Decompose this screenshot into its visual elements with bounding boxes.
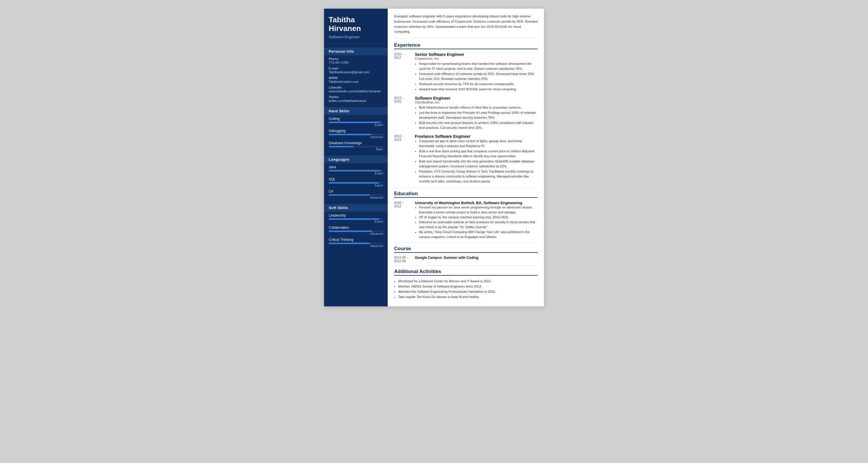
hard-skills-heading: Hard Skills [324,107,388,115]
sql-skill: SQL Expert [324,175,388,187]
bullet: Reduced security breaches by 73% for all… [419,82,537,87]
bullet: Responsible for spearheading teams that … [419,61,537,71]
activity-bullet: Take regular Tae Kwon Do classes to keep… [398,294,537,299]
csharp-skill-name: C# [329,190,383,194]
twitter-item: Twitter twitter.com/tabithahirvanen [324,93,388,103]
job-1-content: Senior Software Engineer Cryptoconic, In… [415,52,537,92]
debugging-skill-level: Advanced [329,136,383,139]
section-divider-1 [394,187,537,188]
edu-1: 2008 -2012 University of Washington Both… [394,201,537,239]
job-3: 2012 -2013 Freelance Software Engineer C… [394,134,537,184]
activities-heading: Additional Activities [394,269,537,276]
debugging-bar-bg [329,134,383,135]
bullet: Led the drive to implement the Principle… [419,110,537,120]
sidebar-header: Tabitha Hirvanen Software Engineer [324,9,388,44]
job-1-company: Cryptoconic, Inc. [415,57,537,60]
summary-text: Energetic software engineer with 5 years… [394,14,537,38]
bullet: Delivered an actionable webinar on best … [419,220,537,230]
sql-bar-bg [329,182,383,183]
education-heading: Education [394,191,537,198]
course-1-name: Google Campus: Summer with Coding [415,256,478,263]
job-3-bullets: Composed an app to allow voice control o… [415,139,537,184]
database-bar-bg [329,146,383,147]
edu-1-bullets: Pursued my passion for Java server progr… [415,205,537,239]
job-2-dates: 2013 -2015 [394,96,415,131]
section-divider-3 [394,265,537,266]
database-bar-fill [329,146,353,147]
job-3-content: Freelance Software Engineer Composed an … [415,134,537,184]
bullet: Increased code efficiency of customer po… [419,71,537,81]
sql-skill-name: SQL [329,177,383,181]
java-skill-level: Expert [329,172,383,175]
collaboration-skill-level: Advanced [329,232,383,235]
collaboration-bar-bg [329,230,383,232]
job-2-bullets: Built infrastructure to handle millions … [415,105,537,130]
twitter-label: Twitter [329,95,383,99]
critical-thinking-skill: Critical Thinking Advanced [324,236,388,248]
email-label: E-mail [329,66,383,70]
csharp-skill: C# Advanced [324,187,388,200]
phone-value: 773-457-2703 [329,61,383,64]
debugging-skill-name: Debugging [329,129,383,133]
coding-bar-bg [329,122,383,123]
job-2-title: Software Engineer [415,96,537,100]
database-skill: Database Knowledge Basic [324,139,388,151]
leadership-bar-bg [329,218,383,220]
email-value: TabithaHirvanen@gmail.com [329,70,383,74]
job-2-content: Software Engineer Cloudwallop, Inc. Buil… [415,96,537,131]
edu-1-dates: 2008 -2012 [394,201,415,239]
course-1: 2012-06 -2012-08 Google Campus: Summer w… [394,256,537,263]
edu-1-title: University of Washington Bothell, BA, So… [415,201,537,205]
twitter-value: twitter.com/tabithahirvanen [329,99,383,103]
job-2: 2013 -2015 Software Engineer Cloudwallop… [394,96,537,131]
coding-bar-fill [329,122,380,123]
job-1-dates: 2015 -2017 [394,52,415,92]
csharp-skill-level: Advanced [329,196,383,199]
critical-thinking-bar-fill [329,243,370,244]
hard-skills-section: Hard Skills Coding Expert Debugging Adva… [324,107,388,151]
www-label: WWW [329,76,383,80]
main-content: Energetic software engineer with 5 years… [388,9,544,306]
leadership-bar-fill [329,218,379,220]
job-3-dates: 2012 -2013 [394,134,415,184]
job-2-company: Cloudwallop, Inc. [415,100,537,104]
collaboration-skill: Collaboration Advanced [324,224,388,236]
leadership-skill-level: Expert [329,220,383,223]
personal-info-heading: Personal Info [324,48,388,55]
critical-thinking-skill-name: Critical Thinking [329,238,383,242]
collaboration-skill-name: Collaboration [329,226,383,230]
bullet: Built infrastructure to handle millions … [419,105,537,110]
job-1: 2015 -2017 Senior Software Engineer Cryp… [394,52,537,92]
personal-info-section: Personal Info Phone 773-457-2703 E-mail … [324,48,388,103]
java-bar-bg [329,170,383,171]
critical-thinking-skill-level: Advanced [329,244,383,248]
activity-bullet: Shortlisted for a National Center for Wo… [398,279,537,284]
course-1-dates: 2012-06 -2012-08 [394,256,415,263]
sql-bar-fill [329,182,379,183]
debugging-skill: Debugging Advanced [324,127,388,139]
bullet: Headed team that received 2016 BOSSIE aw… [419,87,537,92]
linkedin-item: LinkedIn www.linkedin.com/in/tabitha-hir… [324,84,388,93]
java-skill-name: Java [329,165,383,169]
bullet: Built new search functionality into the … [419,159,537,169]
edu-1-content: University of Washington Bothell, BA, So… [415,201,537,239]
leadership-skill-name: Leadership [329,213,383,218]
soft-skills-heading: Soft Skills [324,204,388,212]
activity-bullet: Attended the Software Engineering Profes… [398,289,537,294]
bullet: President, XYZ University Young Women in… [419,169,537,184]
languages-section: Languages Java Expert SQL Expert C# [324,155,388,200]
leadership-skill: Leadership Expert [324,212,388,224]
experience-heading: Experience [394,42,537,49]
debugging-bar-fill [329,134,371,135]
phone-item: Phone 773-457-2703 [324,55,388,65]
phone-label: Phone [329,57,383,60]
job-3-title: Freelance Software Engineer [415,134,537,139]
bullet: Built security into new product features… [419,120,537,130]
languages-heading: Languages [324,155,388,163]
csharp-bar-fill [329,194,370,196]
www-value: TabithaHirvanen.com [329,80,383,83]
job-1-title: Senior Software Engineer [415,52,537,57]
coding-skill-name: Coding [329,117,383,121]
bullet: My article, "How Cloud Computing Will Ch… [419,230,537,239]
bullet: Pursued my passion for Java server progr… [419,205,537,215]
